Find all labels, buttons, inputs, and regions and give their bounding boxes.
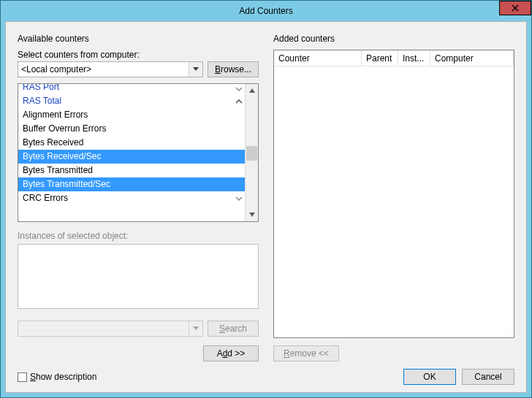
counter-item[interactable]: Bytes Transmitted — [18, 164, 246, 177]
window-title: Add Counters — [239, 6, 292, 16]
dialog-body: Available counters Select counters from … — [5, 21, 527, 393]
remove-button: Remove << — [273, 345, 339, 361]
added-counters-title: Added counters — [273, 34, 514, 44]
instances-label: Instances of selected object: — [18, 231, 259, 241]
counter-category-ras-port[interactable]: RAS Port — [18, 84, 246, 94]
close-icon — [512, 4, 519, 12]
col-computer[interactable]: Computer — [430, 50, 514, 66]
counter-tree-rows: RAS Port RAS Total Alignment Errors Buff… — [18, 84, 246, 221]
counter-item[interactable]: Bytes Received/Sec — [18, 150, 246, 164]
browse-button[interactable]: Browse... — [208, 61, 259, 77]
cancel-button[interactable]: Cancel — [462, 369, 514, 385]
scroll-down-button[interactable] — [246, 209, 258, 221]
counter-item[interactable]: CRC Errors — [18, 191, 246, 205]
show-description-checkbox[interactable]: Show description — [18, 372, 96, 382]
scroll-up-button[interactable] — [246, 84, 258, 96]
dialog-window: Add Counters Available counters Select c… — [0, 0, 532, 398]
counter-tree-scrollbar[interactable] — [245, 84, 258, 221]
table-body — [274, 66, 514, 337]
counter-category-ras-total[interactable]: RAS Total — [18, 94, 246, 108]
instances-list[interactable] — [18, 244, 259, 309]
computer-combo-value: <Local computer> — [21, 64, 91, 74]
checkbox-box — [18, 372, 27, 382]
content-area: Available counters Select counters from … — [6, 22, 526, 361]
added-counters-pane: Added counters Counter Parent Inst... Co… — [266, 22, 526, 361]
computer-combo[interactable]: <Local computer> — [18, 61, 203, 77]
counter-item[interactable]: Bytes Transmitted/Sec — [18, 177, 246, 191]
chevron-down-icon — [189, 321, 202, 336]
chevron-down-icon — [235, 191, 243, 205]
counter-item[interactable]: Alignment Errors — [18, 108, 246, 122]
title-bar: Add Counters — [1, 1, 531, 21]
add-button[interactable]: Add >> — [203, 345, 259, 361]
search-button: Search — [208, 321, 259, 337]
chevron-down-icon — [189, 62, 202, 77]
col-parent[interactable]: Parent — [362, 50, 398, 66]
scroll-thumb[interactable] — [246, 146, 257, 161]
scroll-track[interactable] — [246, 96, 258, 209]
counter-item[interactable]: Buffer Overrun Errors — [18, 122, 246, 136]
counter-item[interactable]: Bytes Received — [18, 136, 246, 150]
ok-button[interactable]: OK — [403, 369, 456, 385]
instance-search-combo — [18, 321, 203, 337]
added-counters-table[interactable]: Counter Parent Inst... Computer — [273, 50, 514, 338]
table-header: Counter Parent Inst... Computer — [274, 50, 514, 66]
chevron-up-icon — [235, 94, 243, 108]
col-instance[interactable]: Inst... — [398, 50, 430, 66]
col-counter[interactable]: Counter — [274, 50, 362, 66]
footer: Show description OK Cancel — [6, 361, 526, 392]
close-button[interactable] — [499, 1, 531, 15]
available-counters-pane: Available counters Select counters from … — [6, 22, 266, 361]
chevron-down-icon — [235, 84, 243, 94]
counter-tree[interactable]: RAS Port RAS Total Alignment Errors Buff… — [18, 83, 259, 222]
select-computer-label: Select counters from computer: — [18, 50, 259, 60]
available-counters-title: Available counters — [18, 34, 259, 44]
